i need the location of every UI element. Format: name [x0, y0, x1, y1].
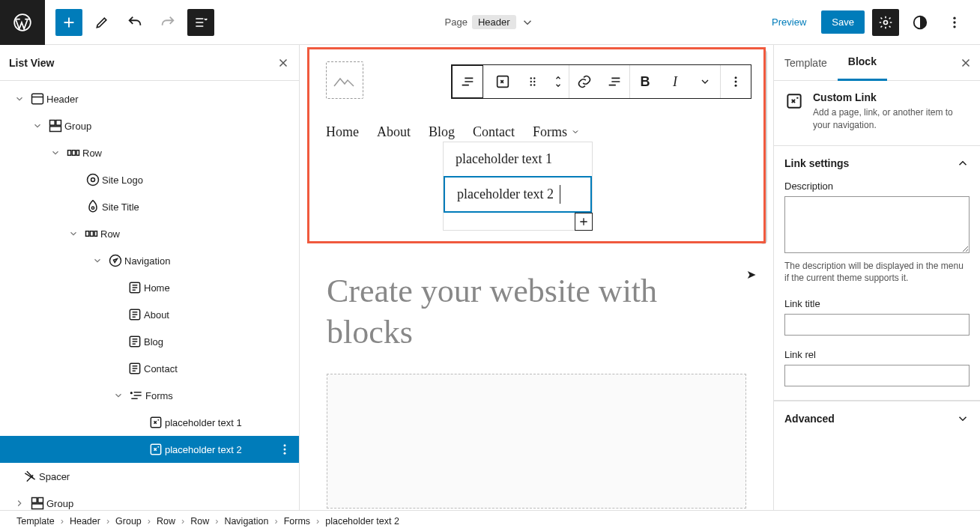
svg-point-15 [91, 207, 94, 209]
svg-rect-9 [50, 127, 61, 132]
breadcrumb: Template› Header› Group› Row› Row› Navig… [0, 510, 980, 531]
svg-point-40 [735, 76, 737, 79]
tree-item-contact[interactable]: Contact [0, 355, 299, 382]
chevron-down-icon[interactable] [521, 16, 534, 29]
link-button[interactable] [569, 65, 599, 98]
custom-link-icon[interactable] [488, 65, 518, 98]
more-options-icon[interactable] [278, 443, 291, 456]
styles-button[interactable] [907, 9, 934, 36]
hero-heading[interactable]: Create your website with blocks [307, 243, 766, 353]
more-rich-text-button[interactable] [690, 65, 720, 98]
chevron-down-icon [956, 412, 970, 425]
tree-item-spacer[interactable]: Spacer [0, 463, 299, 490]
block-toolbar: B I [451, 64, 751, 99]
svg-rect-6 [32, 94, 43, 103]
bc-item[interactable]: Forms [284, 516, 310, 527]
tree-item-placeholder-1[interactable]: placeholder text 1 [0, 409, 299, 436]
list-view-panel: List View Header Group Row Site Logo Sit… [0, 45, 300, 510]
tree-item-blog[interactable]: Blog [0, 328, 299, 355]
tree-item-header[interactable]: Header [0, 85, 299, 112]
bc-item[interactable]: Row [157, 516, 175, 527]
description-textarea[interactable] [784, 196, 970, 253]
svg-point-5 [953, 25, 955, 28]
svg-point-35 [533, 77, 535, 79]
italic-button[interactable]: I [660, 65, 690, 98]
tree-item-row[interactable]: Row [0, 220, 299, 247]
tree-item-forms[interactable]: Forms [0, 382, 299, 409]
tree-item-about[interactable]: About [0, 301, 299, 328]
tree-item-site-logo[interactable]: Site Logo [0, 166, 299, 193]
tree-item-site-title[interactable]: Site Title [0, 193, 299, 220]
parent-block-button[interactable] [453, 65, 483, 98]
bc-item[interactable]: Group [115, 516, 142, 527]
list-view-button[interactable] [187, 9, 214, 36]
block-options-button[interactable] [721, 65, 751, 98]
submenu-item-1[interactable]: placeholder text 1 [444, 142, 592, 176]
custom-link-icon [784, 91, 804, 132]
more-options-button[interactable] [941, 9, 968, 36]
wordpress-logo[interactable] [0, 0, 45, 45]
inspector-panel: Template Block Custom Link Add a page, l… [773, 45, 980, 510]
submenu-button[interactable] [599, 65, 629, 98]
link-rel-input[interactable] [784, 365, 970, 386]
bc-item[interactable]: Navigation [224, 516, 268, 527]
svg-rect-8 [56, 121, 61, 126]
bc-item[interactable]: Row [190, 516, 209, 527]
editor-canvas[interactable]: B I Home About Blog Contact Forms placeh… [300, 45, 773, 510]
save-button[interactable]: Save [821, 10, 865, 34]
submenu-item-2[interactable]: placeholder text 2 [444, 176, 592, 213]
svg-point-14 [91, 178, 95, 182]
nav-blog[interactable]: Blog [429, 124, 455, 140]
tab-template[interactable]: Template [774, 45, 838, 81]
redo-button[interactable] [154, 9, 181, 36]
svg-point-39 [533, 84, 535, 85]
nav-contact[interactable]: Contact [473, 124, 515, 140]
tree-item-placeholder-2[interactable]: placeholder text 2 [0, 436, 299, 463]
tree-item-home[interactable]: Home [0, 274, 299, 301]
image-placeholder[interactable] [327, 374, 746, 509]
site-logo-placeholder[interactable] [326, 61, 363, 99]
top-toolbar: Page Header Preview Save [0, 0, 980, 45]
svg-point-4 [953, 21, 955, 23]
bc-item[interactable]: placeholder text 2 [325, 516, 399, 527]
nav-about[interactable]: About [377, 124, 411, 140]
header-highlight-region: B I Home About Blog Contact Forms placeh… [307, 47, 766, 243]
page-name-chip[interactable]: Header [472, 15, 516, 29]
close-icon[interactable] [276, 56, 290, 70]
chevron-up-icon [956, 157, 970, 170]
label-link-rel: Link rel [784, 349, 970, 360]
svg-rect-7 [50, 121, 55, 126]
undo-button[interactable] [121, 9, 148, 36]
move-up-down-buttons[interactable] [548, 74, 569, 89]
bold-button[interactable]: B [630, 65, 660, 98]
preview-button[interactable]: Preview [764, 12, 814, 32]
edit-tool-button[interactable] [88, 9, 115, 36]
tree-item-group[interactable]: Group [0, 112, 299, 139]
svg-rect-18 [94, 231, 97, 237]
tree-item-navigation[interactable]: Navigation [0, 247, 299, 274]
svg-rect-30 [32, 498, 37, 503]
add-submenu-item-button[interactable] [575, 213, 593, 231]
panel-link-settings[interactable]: Link settings [774, 146, 980, 180]
svg-point-34 [530, 77, 532, 79]
tab-block[interactable]: Block [838, 45, 887, 81]
drag-handle-icon[interactable] [518, 65, 548, 98]
list-view-title: List View [9, 57, 54, 69]
link-title-input[interactable] [784, 314, 970, 336]
tree-item-group[interactable]: Group [0, 490, 299, 510]
settings-button[interactable] [872, 9, 899, 36]
block-card: Custom Link Add a page, link, or another… [774, 81, 980, 146]
bc-item[interactable]: Header [70, 516, 100, 527]
nav-forms[interactable]: Forms [533, 124, 580, 140]
list-view-tree[interactable]: Header Group Row Site Logo Site Title Ro… [0, 81, 299, 510]
nav-home[interactable]: Home [326, 124, 359, 140]
add-block-button[interactable] [55, 9, 82, 36]
panel-advanced[interactable]: Advanced [774, 401, 980, 436]
svg-rect-10 [68, 151, 71, 156]
svg-point-38 [530, 84, 532, 85]
svg-point-42 [735, 85, 737, 87]
bc-item[interactable]: Template [16, 516, 55, 527]
tree-item-row[interactable]: Row [0, 139, 299, 166]
close-icon[interactable] [959, 56, 973, 70]
svg-point-28 [284, 449, 286, 451]
